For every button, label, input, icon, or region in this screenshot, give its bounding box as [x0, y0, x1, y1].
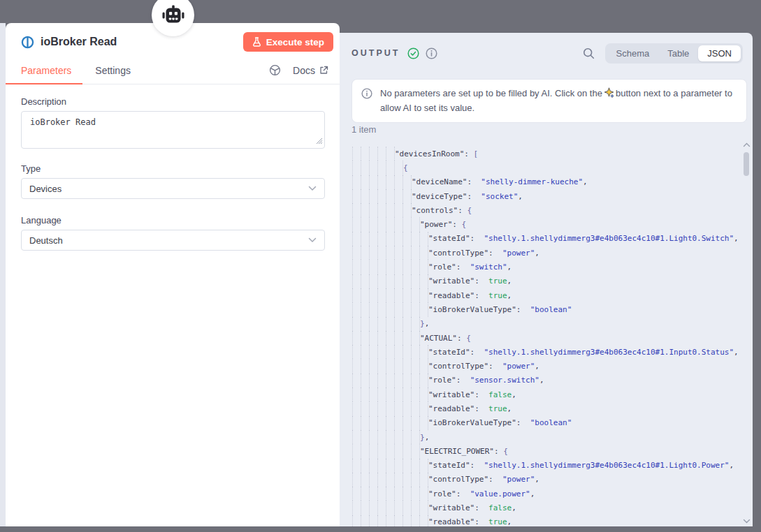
- language-value: Deutsch: [29, 235, 63, 246]
- chevron-down-icon: [308, 186, 317, 191]
- json-line: "ELECTRIC_POWER": {: [352, 444, 753, 458]
- docs-label: Docs: [293, 65, 315, 76]
- language-select[interactable]: Deutsch: [21, 230, 325, 251]
- output-header: OUTPUT Schema Table JSON: [340, 33, 753, 73]
- execute-step-button[interactable]: Execute step: [243, 32, 333, 52]
- info-icon: [361, 88, 372, 114]
- description-value: ioBroker Read: [30, 117, 96, 127]
- success-check-icon: [407, 47, 419, 59]
- json-output-view[interactable]: "devicesInRoom": [{"deviceName": "shelly…: [340, 141, 753, 526]
- docs-link[interactable]: Docs: [293, 65, 328, 76]
- active-tab-underline: [6, 83, 82, 84]
- json-line: "ioBrokerValueType": "boolean": [352, 416, 753, 430]
- parameters-form: Description ioBroker Read Type Devices L…: [6, 84, 340, 251]
- json-line: "controlType": "power",: [352, 473, 753, 487]
- ndv-modal: { "node_panel": { "title": "ioBroker Rea…: [0, 0, 761, 532]
- type-value: Devices: [29, 184, 61, 194]
- type-select[interactable]: Devices: [21, 178, 325, 199]
- json-line: "controls": {: [352, 203, 753, 217]
- json-line: "controlType": "power",: [352, 359, 753, 373]
- execute-step-label: Execute step: [266, 37, 324, 47]
- description-label: Description: [21, 96, 325, 107]
- output-panel: OUTPUT Schema Table JSON No parameters a…: [340, 33, 753, 526]
- json-line: },: [352, 430, 753, 444]
- node-tabs: Parameters Settings Docs: [6, 57, 340, 84]
- json-line: "readable": true,: [352, 515, 753, 526]
- json-line: "devicesInRoom": [: [352, 147, 753, 161]
- language-label: Language: [21, 215, 325, 226]
- json-line: "deviceName": "shelly-dimmer-kueche",: [352, 175, 753, 189]
- tab-settings[interactable]: Settings: [95, 65, 131, 76]
- view-tab-schema[interactable]: Schema: [607, 45, 659, 61]
- ai-parameters-banner: No parameters are set up to be filled by…: [351, 79, 747, 123]
- json-line: "power": {: [352, 217, 753, 231]
- robot-icon: [161, 5, 185, 26]
- json-line: "writable": false,: [352, 501, 753, 515]
- chevron-down-icon: [308, 237, 317, 243]
- output-view-switcher: Schema Table JSON: [605, 43, 743, 64]
- ai-sparkle-icon: [604, 87, 614, 101]
- json-line: "role": "sensor.switch",: [352, 374, 753, 387]
- scroll-up-icon[interactable]: [742, 142, 751, 147]
- view-tab-json[interactable]: JSON: [698, 45, 741, 61]
- type-label: Type: [21, 163, 325, 174]
- package-icon[interactable]: [269, 64, 281, 76]
- output-title: OUTPUT: [351, 48, 400, 58]
- json-line: "role": "value.power",: [352, 487, 753, 501]
- json-line: "readable": true,: [352, 288, 753, 302]
- search-icon[interactable]: [583, 47, 595, 59]
- node-settings-panel: ioBroker Read Execute step Parameters Se…: [6, 23, 340, 526]
- flask-icon: [252, 37, 261, 47]
- resize-handle[interactable]: [316, 137, 323, 147]
- json-line: "controlType": "power",: [352, 246, 753, 260]
- json-line: "deviceType": "socket",: [352, 189, 753, 203]
- items-count: 1 item: [351, 124, 376, 135]
- json-line: "stateId": "shelly.1.shellydimmerg3#e4b0…: [352, 345, 753, 359]
- json-line: "stateId": "shelly.1.shellydimmerg3#e4b0…: [352, 459, 753, 473]
- json-line: },: [352, 317, 753, 331]
- json-line: {: [352, 161, 753, 175]
- json-line: "writable": true,: [352, 274, 753, 288]
- node-title: ioBroker Read: [41, 36, 243, 48]
- tab-parameters[interactable]: Parameters: [21, 65, 71, 76]
- json-line: "readable": true,: [352, 401, 753, 415]
- json-line: "writable": false,: [352, 387, 753, 401]
- ai-banner-text: No parameters are set up to be filled by…: [380, 87, 737, 114]
- json-line: "ioBrokerValueType": "boolean": [352, 302, 753, 316]
- scroll-down-icon[interactable]: [742, 519, 751, 524]
- scrollbar-thumb[interactable]: [744, 152, 749, 176]
- json-scrollbar[interactable]: [741, 142, 751, 525]
- info-icon[interactable]: [426, 47, 437, 59]
- json-line: "stateId": "shelly.1.shellydimmerg3#e4b0…: [352, 232, 753, 246]
- view-tab-table[interactable]: Table: [658, 45, 698, 61]
- modal-edge: [0, 23, 6, 526]
- json-line: "ACTUAL": {: [352, 331, 753, 345]
- description-textarea[interactable]: ioBroker Read: [21, 111, 325, 149]
- json-line: "role": "switch",: [352, 260, 753, 274]
- json-lines: "devicesInRoom": [{"deviceName": "shelly…: [352, 147, 753, 526]
- iobroker-node-icon: [21, 36, 34, 49]
- external-link-icon: [319, 66, 328, 75]
